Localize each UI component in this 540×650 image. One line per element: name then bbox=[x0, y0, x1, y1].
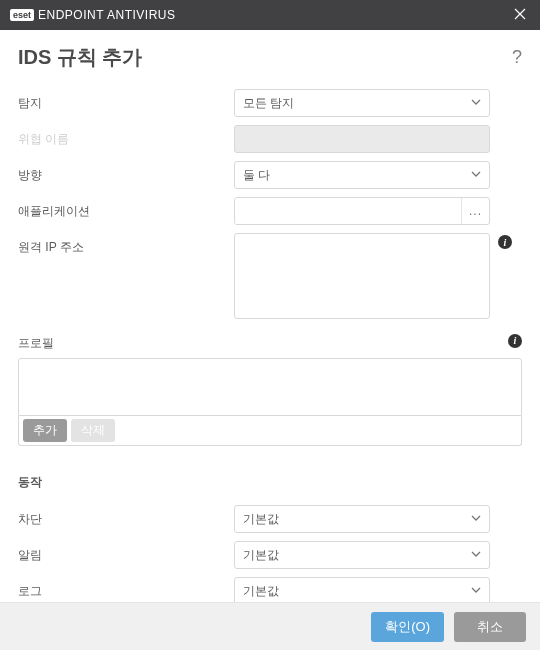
select-block[interactable]: 기본값 bbox=[234, 505, 490, 533]
chevron-down-icon bbox=[471, 584, 481, 598]
row-detection: 탐지 모든 탐지 bbox=[18, 89, 522, 117]
input-threat-name bbox=[234, 125, 490, 153]
chevron-down-icon bbox=[471, 96, 481, 110]
info-profile[interactable]: i bbox=[508, 334, 522, 348]
info-icon: i bbox=[514, 335, 517, 346]
section-action-heading: 동작 bbox=[18, 474, 522, 491]
chevron-down-icon bbox=[471, 168, 481, 182]
select-notify[interactable]: 기본값 bbox=[234, 541, 490, 569]
footer: 확인(O) 취소 bbox=[0, 602, 540, 650]
select-direction[interactable]: 둘 다 bbox=[234, 161, 490, 189]
product-brand: eset ENDPOINT ANTIVIRUS bbox=[10, 8, 175, 22]
profile-section: 프로필 i 추가 삭제 bbox=[18, 329, 522, 446]
row-log: 로그 기본값 bbox=[18, 577, 522, 605]
cancel-button[interactable]: 취소 bbox=[454, 612, 526, 642]
label-log: 로그 bbox=[18, 577, 234, 600]
chevron-down-icon bbox=[471, 512, 481, 526]
row-direction: 방향 둘 다 bbox=[18, 161, 522, 189]
header-row: IDS 규칙 추가 ? bbox=[18, 44, 522, 71]
row-remote-ip: 원격 IP 주소 i bbox=[18, 233, 522, 319]
info-icon: i bbox=[504, 237, 507, 248]
select-notify-value: 기본값 bbox=[243, 547, 279, 564]
input-application[interactable] bbox=[235, 198, 461, 224]
select-block-value: 기본값 bbox=[243, 511, 279, 528]
select-log[interactable]: 기본값 bbox=[234, 577, 490, 605]
close-icon bbox=[514, 6, 526, 24]
row-notify: 알림 기본값 bbox=[18, 541, 522, 569]
profile-delete-button: 삭제 bbox=[71, 419, 115, 442]
ellipsis-icon: ... bbox=[469, 204, 482, 218]
select-detection[interactable]: 모든 탐지 bbox=[234, 89, 490, 117]
select-log-value: 기본값 bbox=[243, 583, 279, 600]
row-block: 차단 기본값 bbox=[18, 505, 522, 533]
textarea-remote-ip[interactable] bbox=[234, 233, 490, 319]
label-block: 차단 bbox=[18, 505, 234, 528]
ok-button[interactable]: 확인(O) bbox=[371, 612, 444, 642]
label-remote-ip: 원격 IP 주소 bbox=[18, 233, 234, 256]
browse-application-button[interactable]: ... bbox=[461, 198, 489, 224]
row-threat-name: 위협 이름 bbox=[18, 125, 522, 153]
content-area: IDS 규칙 추가 ? 탐지 모든 탐지 위협 이름 방향 둘 다 bbox=[0, 30, 540, 605]
profile-actions: 추가 삭제 bbox=[18, 416, 522, 446]
label-notify: 알림 bbox=[18, 541, 234, 564]
titlebar: eset ENDPOINT ANTIVIRUS bbox=[0, 0, 540, 30]
product-name: ENDPOINT ANTIVIRUS bbox=[38, 8, 175, 22]
label-direction: 방향 bbox=[18, 161, 234, 184]
brand-badge: eset bbox=[10, 9, 34, 21]
label-profile: 프로필 bbox=[18, 329, 54, 352]
input-application-group: ... bbox=[234, 197, 490, 225]
label-application: 애플리케이션 bbox=[18, 197, 234, 220]
help-button[interactable]: ? bbox=[512, 47, 522, 68]
page-title: IDS 규칙 추가 bbox=[18, 44, 142, 71]
profile-add-button[interactable]: 추가 bbox=[23, 419, 67, 442]
select-detection-value: 모든 탐지 bbox=[243, 95, 294, 112]
label-threat-name: 위협 이름 bbox=[18, 125, 234, 148]
row-application: 애플리케이션 ... bbox=[18, 197, 522, 225]
chevron-down-icon bbox=[471, 548, 481, 562]
help-icon: ? bbox=[512, 47, 522, 67]
select-direction-value: 둘 다 bbox=[243, 167, 270, 184]
label-detection: 탐지 bbox=[18, 89, 234, 112]
profile-header: 프로필 i bbox=[18, 329, 522, 352]
window-close-button[interactable] bbox=[510, 5, 530, 25]
profile-list[interactable] bbox=[18, 358, 522, 416]
info-remote-ip[interactable]: i bbox=[498, 235, 512, 249]
